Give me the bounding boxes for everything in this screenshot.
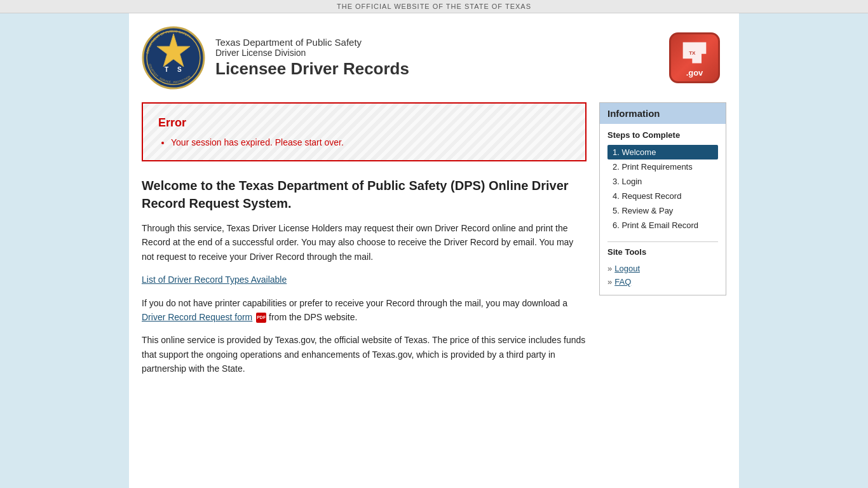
svg-text:TX: TX [689,50,696,56]
driver-record-request-form-link[interactable]: Driver Record Request form [142,312,252,322]
page-wrapper: T S DEPARTMENT OF PUBLIC SAFETY COURTESY… [129,13,739,488]
welcome-para1: Through this service, Texas Driver Licen… [142,221,587,264]
pdf-icon: PDF [256,313,266,323]
faq-item[interactable]: FAQ [607,275,718,288]
logout-item[interactable]: Logout [607,262,718,275]
welcome-section: Welcome to the Texas Department of Publi… [142,177,587,376]
welcome-para3: This online service is provided by Texas… [142,333,587,376]
agency-seal: T S DEPARTMENT OF PUBLIC SAFETY COURTESY… [142,26,205,90]
site-tools-label: Site Tools [607,247,718,257]
step-5[interactable]: 5. Review & Pay [607,203,718,218]
error-message: Your session has expired. Please start o… [171,137,570,147]
para2-end: from the DPS website. [269,312,357,322]
top-bar-text: THE OFFICIAL WEBSITE OF THE STATE OF TEX… [337,3,531,10]
svg-text:S: S [177,66,182,73]
welcome-para2: If you do not have printer capabilities … [142,296,587,325]
error-title: Error [158,116,570,130]
steps-label: Steps to Complete [607,130,718,140]
welcome-heading: Welcome to the Texas Department of Publi… [142,177,587,212]
step-4[interactable]: 4. Request Record [607,189,718,203]
sidebar: Information Steps to Complete 1. Welcome… [599,102,726,385]
agency-name: Texas Department of Public Safety [215,37,409,48]
logout-link[interactable]: Logout [614,264,640,273]
faq-link[interactable]: FAQ [614,277,631,287]
divider [607,241,718,242]
list-of-driver-records-link[interactable]: List of Driver Record Types Available [142,274,287,285]
gov-logo: TX .gov [669,32,720,83]
para2-start: If you do not have printer capabilities … [142,298,567,308]
step-6[interactable]: 6. Print & Email Record [607,218,718,233]
top-bar: THE OFFICIAL WEBSITE OF THE STATE OF TEX… [0,0,868,13]
step-1[interactable]: 1. Welcome [607,145,718,159]
header: T S DEPARTMENT OF PUBLIC SAFETY COURTESY… [129,13,739,102]
step-2[interactable]: 2. Print Requirements [607,159,718,174]
gov-text: .gov [686,68,703,78]
error-list: Your session has expired. Please start o… [171,137,570,147]
info-box: Information Steps to Complete 1. Welcome… [599,102,726,295]
step-3[interactable]: 3. Login [607,174,718,189]
page-title: Licensee Driver Records [215,59,409,79]
content-area: Error Your session has expired. Please s… [129,102,739,404]
steps-list: 1. Welcome 2. Print Requirements 3. Logi… [607,145,718,233]
main-content: Error Your session has expired. Please s… [142,102,587,385]
error-box: Error Your session has expired. Please s… [142,102,587,161]
info-box-body: Steps to Complete 1. Welcome 2. Print Re… [600,124,726,295]
header-text: Texas Department of Public Safety Driver… [215,37,409,79]
header-left: T S DEPARTMENT OF PUBLIC SAFETY COURTESY… [142,26,409,90]
texas-shape-icon: TX [681,39,709,67]
division: Driver License Division [215,48,409,58]
svg-text:T: T [165,66,168,73]
info-box-header: Information [600,103,726,124]
tools-list: Logout FAQ [607,262,718,288]
